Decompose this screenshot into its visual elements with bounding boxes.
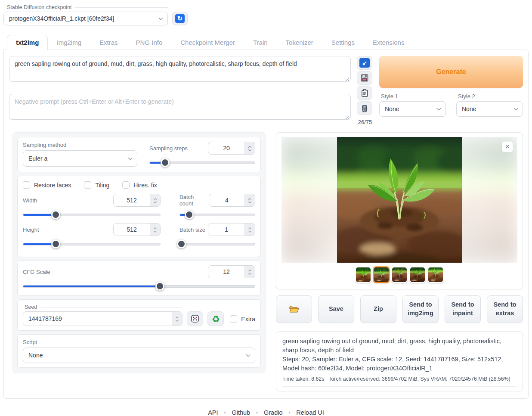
height-input[interactable]: 512	[113, 223, 161, 236]
read-generation-params-button[interactable]: ↙	[357, 56, 372, 70]
close-icon: ×	[505, 143, 510, 151]
height-slider[interactable]	[23, 239, 161, 249]
batch-count-input[interactable]: 4	[209, 194, 255, 207]
slider-thumb[interactable]	[51, 210, 60, 219]
trash-icon	[361, 104, 368, 112]
dot-separator: •	[256, 410, 258, 415]
seed-label: Seed	[23, 304, 182, 310]
token-counter: 26/75	[357, 119, 373, 125]
slider-thumb[interactable]	[155, 282, 164, 291]
vram-text: Torch active/reserved: 3699/4702 MiB, Sy…	[328, 376, 510, 382]
footer-link-api[interactable]: API	[208, 409, 218, 416]
cfg-scale-input[interactable]: 12	[208, 265, 255, 278]
thumbnail-5[interactable]	[427, 267, 444, 283]
checkpoint-label: Stable Diffusion checkpoint	[3, 4, 168, 10]
footer-link-gradio[interactable]: Gradio	[264, 409, 283, 416]
tab-tokenizer[interactable]: Tokenizer	[277, 35, 322, 50]
app-root: Stable Diffusion checkpoint protogenX34O…	[0, 0, 532, 416]
txt2img-panel: green sapling rowing out of ground, mud,…	[3, 50, 529, 399]
thumbnail-1[interactable]	[355, 267, 371, 283]
sampling-method-dropdown[interactable]: Euler a	[23, 150, 137, 167]
style2-dropdown[interactable]: None	[456, 101, 523, 117]
prompt-textarea[interactable]: green sapling rowing out of ground, mud,…	[9, 56, 351, 82]
stepper-icon[interactable]	[244, 224, 255, 236]
chevron-down-icon	[159, 16, 163, 20]
floppy-disk-icon	[360, 74, 369, 82]
cfg-scale-slider[interactable]	[23, 282, 255, 291]
random-seed-button[interactable]	[187, 311, 203, 326]
footer: API • Github • Gradio • Reload UI python…	[3, 409, 529, 416]
zip-button[interactable]: Zip	[360, 295, 396, 323]
send-to-extras-button[interactable]: Send to extras	[487, 295, 523, 323]
image-stage: ×	[281, 137, 517, 263]
batch-size-slider[interactable]	[179, 239, 255, 249]
negative-prompt-textarea[interactable]	[9, 94, 351, 120]
restore-faces-checkbox[interactable]: Restore faces	[23, 181, 71, 189]
generate-button[interactable]: Generate	[379, 56, 523, 88]
sampling-steps-slider[interactable]	[149, 158, 255, 168]
slider-thumb[interactable]	[177, 239, 186, 248]
tab-extensions[interactable]: Extensions	[364, 35, 413, 50]
stepper-icon[interactable]	[244, 194, 255, 206]
stepper-icon[interactable]	[244, 266, 255, 278]
hires-fix-checkbox[interactable]: Hires. fix	[122, 181, 157, 189]
tab-train[interactable]: Train	[244, 35, 277, 50]
refresh-checkpoints-button[interactable]: ↻	[172, 12, 188, 25]
batch-count-slider[interactable]	[179, 210, 255, 220]
dot-separator: •	[289, 410, 291, 415]
tab-extras[interactable]: Extras	[90, 35, 127, 50]
batch-size-input[interactable]: 1	[208, 223, 255, 236]
send-to-inpaint-button[interactable]: Send to inpaint	[445, 295, 481, 323]
save-button[interactable]: Save	[318, 295, 354, 323]
stepper-icon[interactable]	[150, 224, 160, 236]
sampling-steps-input[interactable]: 20	[208, 142, 255, 155]
dot-separator: •	[224, 410, 226, 415]
refresh-icon: ↻	[175, 14, 185, 23]
script-label: Script	[23, 339, 255, 345]
stepper-icon[interactable]	[172, 312, 182, 326]
generated-image[interactable]	[337, 137, 462, 263]
checkpoint-dropdown[interactable]: protogenX34OfficialR_1.ckpt [60fe2f34]	[3, 12, 168, 25]
apply-style-button[interactable]	[357, 86, 372, 100]
seed-input[interactable]: 1441787169	[23, 311, 182, 326]
tab-png-info[interactable]: PNG Info	[127, 35, 172, 50]
folder-icon	[289, 305, 299, 314]
generation-settings-panel: Sampling method Euler a Sampling steps 2…	[12, 132, 266, 373]
save-style-button[interactable]	[357, 71, 372, 85]
sampling-method-label: Sampling method	[23, 142, 137, 148]
clipboard-icon	[361, 89, 369, 97]
slider-thumb[interactable]	[185, 210, 194, 219]
tab-img2img[interactable]: img2img	[48, 35, 90, 50]
slider-thumb[interactable]	[51, 239, 60, 248]
slider-thumb[interactable]	[161, 158, 170, 167]
style1-dropdown[interactable]: None	[379, 101, 446, 117]
send-to-img2img-button[interactable]: Send to img2img	[402, 295, 439, 323]
chevron-down-icon	[246, 353, 251, 357]
chevron-down-icon	[437, 106, 441, 111]
batch-count-label: Batch count	[179, 194, 209, 207]
thumbnail-4[interactable]	[409, 267, 426, 283]
close-gallery-button[interactable]: ×	[502, 141, 513, 152]
tiling-checkbox[interactable]: Tiling	[84, 181, 109, 189]
tab-txt2img[interactable]: txt2img	[7, 35, 48, 50]
prompt-column: green sapling rowing out of ground, mud,…	[9, 56, 351, 125]
extra-seed-checkbox[interactable]: Extra	[230, 315, 255, 323]
width-label: Width	[23, 197, 37, 204]
tab-settings[interactable]: Settings	[322, 35, 364, 50]
thumbnail-2-selected[interactable]	[373, 267, 390, 283]
thumbnail-3[interactable]	[391, 267, 408, 283]
width-input[interactable]: 512	[113, 194, 161, 207]
style1-label: Style 1	[381, 93, 446, 99]
tab-checkpoint-merger[interactable]: Checkpoint Merger	[171, 35, 244, 50]
footer-link-github[interactable]: Github	[232, 409, 250, 416]
clear-prompt-button[interactable]	[357, 101, 372, 115]
reuse-seed-button[interactable]: ♻	[207, 311, 224, 326]
generation-info-panel: green sapling rowing out of ground, mud,…	[276, 331, 523, 391]
open-folder-button[interactable]	[276, 295, 312, 323]
width-slider[interactable]	[23, 210, 161, 220]
stepper-icon[interactable]	[244, 142, 255, 154]
footer-link-reload-ui[interactable]: Reload UI	[296, 409, 324, 416]
stepper-icon[interactable]	[150, 194, 160, 206]
batch-size-label: Batch size	[179, 227, 205, 233]
script-dropdown[interactable]: None	[23, 348, 255, 363]
